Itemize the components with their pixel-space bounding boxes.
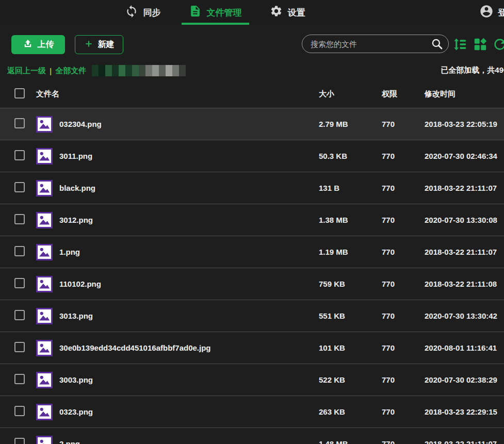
new-label: 新建	[98, 39, 115, 50]
row-checkbox[interactable]	[14, 310, 25, 320]
file-permission: 770	[382, 279, 425, 288]
sort-list-icon[interactable]	[452, 37, 467, 52]
header-permission[interactable]: 权限	[382, 89, 425, 99]
breadcrumb-row: 返回上一级 | 全部文件 已全部加载，共49个	[0, 62, 504, 80]
all-files-link[interactable]: 全部文件	[55, 66, 86, 76]
file-table-body: 032304.png 2.79 MB 770 2018-03-23 22:05:…	[0, 108, 504, 444]
load-status-text: 已全部加载，共49个	[441, 65, 504, 75]
plus-icon	[84, 39, 93, 51]
header-mtime[interactable]: 修改时间	[425, 89, 504, 99]
file-size: 1.38 MB	[319, 216, 382, 224]
file-permission: 770	[382, 343, 425, 352]
top-nav: 同步 文件管理 设置 登录	[0, 0, 504, 25]
grid-view-icon[interactable]	[473, 37, 488, 52]
file-permission: 770	[382, 311, 425, 320]
back-up-level-link[interactable]: 返回上一级	[7, 66, 46, 76]
tab-settings-label: 设置	[288, 7, 305, 19]
file-mtime: 2020-07-30 02:46:34	[425, 152, 504, 160]
image-file-icon	[36, 148, 53, 165]
row-checkbox[interactable]	[14, 118, 25, 128]
file-permission: 770	[382, 120, 425, 128]
header-filename[interactable]: 文件名	[36, 89, 319, 99]
login-button[interactable]: 登录	[479, 0, 504, 25]
file-size: 1.48 MB	[319, 439, 382, 444]
row-checkbox[interactable]	[14, 214, 25, 224]
table-row[interactable]: 3003.png 522 KB 770 2020-07-30 02:38:29	[0, 364, 504, 396]
table-row[interactable]: 3013.png 551 KB 770 2020-07-30 13:30:42	[0, 300, 504, 332]
search-icon[interactable]	[430, 37, 444, 53]
redacted-path	[92, 65, 186, 76]
file-mtime: 2020-07-30 02:38:29	[425, 375, 504, 384]
file-size: 1.19 MB	[319, 248, 382, 256]
file-permission: 770	[382, 184, 425, 192]
file-permission: 770	[382, 248, 425, 256]
table-row[interactable]: 3011.png 50.3 KB 770 2020-07-30 02:46:34	[0, 140, 504, 172]
image-file-icon	[36, 180, 53, 196]
search-input[interactable]	[302, 35, 449, 53]
table-row[interactable]: 2.png 1.48 MB 770 2018-03-22 21:11:07	[0, 427, 504, 444]
file-size: 131 B	[319, 184, 382, 192]
row-checkbox[interactable]	[14, 278, 25, 288]
tab-sync-label: 同步	[143, 7, 161, 19]
table-row[interactable]: 032304.png 2.79 MB 770 2018-03-23 22:05:…	[0, 108, 504, 140]
table-row[interactable]: 0323.png 263 KB 770 2018-03-23 22:29:15	[0, 396, 504, 427]
file-name: 032304.png	[59, 120, 102, 128]
select-all-checkbox[interactable]	[14, 88, 25, 98]
row-checkbox[interactable]	[14, 246, 25, 256]
image-file-icon	[36, 116, 53, 133]
file-size: 101 KB	[319, 343, 382, 352]
file-mtime: 2018-03-23 22:05:19	[425, 120, 504, 128]
file-name: 1.png	[59, 248, 80, 256]
table-row[interactable]: 30e0b139edd34cdd451016afbbf7ad0e.jpg 101…	[0, 332, 504, 364]
breadcrumb: 返回上一级 | 全部文件	[7, 65, 186, 76]
file-mtime: 2020-07-30 13:30:42	[425, 311, 504, 320]
row-checkbox[interactable]	[14, 342, 25, 352]
search-box	[302, 35, 449, 53]
file-mtime: 2020-07-30 13:30:08	[425, 216, 504, 224]
file-permission: 770	[382, 375, 425, 384]
image-file-icon	[36, 308, 53, 324]
image-file-icon	[36, 436, 53, 444]
file-size: 522 KB	[319, 375, 382, 384]
tab-file-management[interactable]: 文件管理	[182, 0, 249, 25]
file-name: 2.png	[59, 439, 80, 444]
login-label: 登录	[498, 7, 504, 19]
nav-tabs: 同步 文件管理 设置	[118, 0, 313, 25]
file-name: 3013.png	[59, 311, 93, 320]
file-size: 263 KB	[319, 407, 382, 416]
file-name: 3003.png	[59, 375, 93, 384]
row-checkbox[interactable]	[14, 374, 25, 384]
table-row[interactable]: 1.png 1.19 MB 770 2018-03-22 21:11:07	[0, 236, 504, 268]
tab-sync[interactable]: 同步	[118, 0, 168, 25]
file-name: 110102.png	[59, 279, 101, 288]
row-checkbox[interactable]	[14, 438, 25, 444]
file-permission: 770	[382, 216, 425, 224]
upload-icon	[23, 39, 33, 51]
file-mtime: 2018-03-22 21:11:07	[425, 248, 504, 256]
row-checkbox[interactable]	[14, 150, 25, 160]
file-name: black.png	[59, 184, 95, 192]
file-manager-app: 同步 文件管理 设置 登录	[0, 0, 504, 444]
table-row[interactable]: 3012.png 1.38 MB 770 2020-07-30 13:30:08	[0, 204, 504, 236]
table-row[interactable]: 110102.png 759 KB 770 2018-03-22 21:11:0…	[0, 268, 504, 300]
file-permission: 770	[382, 439, 425, 444]
file-mtime: 2018-03-22 21:11:07	[425, 184, 504, 192]
file-size: 759 KB	[319, 279, 382, 288]
upload-button[interactable]: 上传	[11, 35, 65, 54]
tab-settings[interactable]: 设置	[263, 0, 313, 25]
row-checkbox[interactable]	[14, 406, 25, 416]
tab-file-management-label: 文件管理	[207, 7, 242, 19]
file-name: 3012.png	[59, 216, 93, 224]
image-file-icon	[36, 340, 53, 356]
refresh-icon[interactable]	[492, 36, 504, 53]
header-size[interactable]: 大小	[319, 89, 382, 99]
image-file-icon	[36, 212, 53, 228]
table-row[interactable]: black.png 131 B 770 2018-03-22 21:11:07	[0, 172, 504, 204]
upload-label: 上传	[38, 39, 54, 50]
image-file-icon	[36, 404, 53, 420]
file-mtime: 2018-03-22 21:11:07	[425, 439, 504, 444]
row-checkbox[interactable]	[14, 182, 25, 192]
file-name: 3011.png	[59, 152, 92, 160]
new-button[interactable]: 新建	[75, 35, 123, 54]
file-name: 30e0b139edd34cdd451016afbbf7ad0e.jpg	[59, 343, 210, 352]
